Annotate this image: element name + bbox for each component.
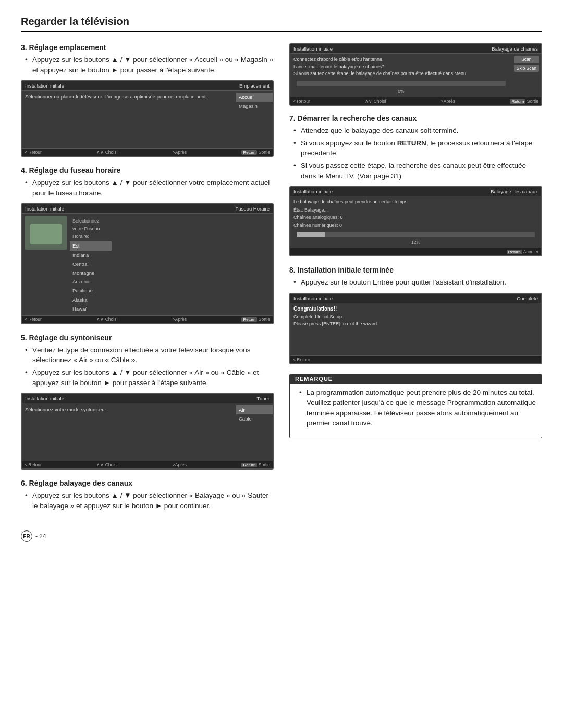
tv-s5-footer-choisi: ∧∨ Choisi [96,462,117,467]
tv-screen-s3: Installation initiale Emplacement Sélect… [21,80,274,157]
section-5: 5. Réglage du syntoniseur Vérifiez le ty… [21,334,274,470]
tv-s4-header-right: Fuseau Horaire [236,206,270,212]
section-8-bullet-1: Appuyez sur le bouton Entrée pour quitte… [293,277,542,288]
section-7-heading: 7. Démarrer la recherche des canaux [289,114,542,122]
tv-s5-body-text: Sélectionnez votre mode syntoniseur: [25,406,233,413]
tv-s4-footer-apres: >Après [173,317,187,322]
tv-s6-header-left: Installation initiale [293,46,333,52]
tv-s7-header-right: Balayage des canaux [491,189,538,194]
tv-s3-option-magasin: Magasin [236,102,273,110]
tv-screen-s4: Installation initiale Fuseau Horaire Sél… [21,203,274,324]
tv-s6-btn-scan: Scan [514,56,539,63]
tv-s6-footer-apres: >Après [441,98,455,104]
tv-s4-option-montagne: Montagne [70,268,112,277]
tv-screen-s5: Installation initiale Tuner Sélectionnez… [21,393,274,470]
tv-s3-header-left: Installation initiale [25,83,64,89]
tv-s4-option-est: Est [70,241,112,250]
tv-s3-footer-choisi: ∧∨ Choisi [96,150,117,155]
tv-s4-option-central: Central [70,260,112,268]
tv-s4-option-hawai: Hawaï [70,304,112,313]
tv-s6-footer-return: Return Sortie [510,98,538,104]
tv-s5-option-cable: Câble [236,414,273,423]
tv-s4-map [25,216,67,250]
section-8-heading: 8. Installation initiale terminée [289,266,542,274]
section-5-heading: 5. Réglage du syntoniseur [21,334,274,342]
section-8-bullets: Appuyez sur le bouton Entrée pour quitte… [289,277,542,288]
tv-s5-footer-return: Return Sortie [241,462,270,467]
tv-s6-btn-skipscan: Skip Scan [514,65,539,72]
section-4-bullet-1: Appuyez sur les boutons ▲ / ▼ pour sélec… [25,178,274,198]
tv-s8-congratulations: Congratulations!! [293,306,538,312]
tv-s6-footer-retour: < Retour [293,98,310,104]
section-7: 7. Démarrer la recherche des canaux Atte… [289,114,542,256]
section-6-bullets: Appuyez sur les boutons ▲ / ▼ pour sélec… [21,490,274,511]
section-3-bullets: Appuyez sur les boutons ▲ / ▼ pour sélec… [21,55,274,75]
tv-s7-progress-fill [297,232,325,237]
section-6: 6. Réglage balayage des canaux Appuyez s… [21,479,274,511]
tv-s3-footer-apres: >Après [173,150,187,155]
tv-s3-footer-retour: < Retour [25,150,42,155]
tv-s5-footer-apres: >Après [173,462,187,467]
section-3-bullet-1: Appuyez sur les boutons ▲ / ▼ pour sélec… [25,55,274,75]
tv-s7-header-left: Installation initiale [293,189,333,194]
tv-s8-body-text: Completed Initial Setup.Please press [EN… [293,314,538,328]
section-7-bullet-2: Si vous appuyez sur le bouton RETURN, le… [293,138,542,158]
remarque-text: La programmation automatique peut prendr… [299,388,536,428]
section-6-bullet-1: Appuyez sur les boutons ▲ / ▼ pour sélec… [25,490,274,511]
tv-s5-header-left: Installation initiale [25,396,64,401]
tv-s7-status-lines: État: Balayage... Chaînes analogiques: 0… [293,206,538,229]
tv-s4-option-pacifique: Pacifique [70,286,112,295]
tv-s3-header-right: Emplacement [239,83,270,89]
page-title: Regarder la télévision [21,16,542,32]
section-3: 3. Réglage emplacement Appuyez sur les b… [21,43,274,157]
tv-s4-header-left: Installation initiale [25,206,64,212]
tv-s5-footer-retour: < Retour [25,462,42,467]
tv-s8-footer-retour: < Retour [293,357,310,362]
tv-s7-status-2: Chaînes analogiques: 0 [293,214,538,221]
section-7-bullet-3: Si vous passez cette étape, la recherche… [293,161,542,181]
section-5-bullets: Vérifiez le type de connexion effectuée … [21,345,274,388]
tv-s7-status-3: Chaînes numériques: 0 [293,221,538,229]
tv-s7-progress-label: 12% [293,240,538,245]
section-7-bullets: Attendez que le balayage des canaux soit… [289,126,542,181]
tv-s8-header-right: Complete [517,295,538,301]
tv-screen-s8: Installation initiale Complete Congratul… [289,293,542,364]
tv-s4-footer-choisi: ∧∨ Choisi [96,317,117,322]
tv-s3-footer-return: Return Sortie [241,150,270,155]
tv-s5-header-right: Tuner [257,396,270,401]
section-4-heading: 4. Réglage du fuseau horaire [21,166,274,175]
tv-s6-progress-label: 0% [293,88,509,95]
tv-s6-header-right: Balayage de chaînes [492,46,538,52]
section-4-bullets: Appuyez sur les boutons ▲ / ▼ pour sélec… [21,178,274,198]
tv-s6-scan-buttons: Scan Skip Scan [512,54,541,97]
tv-s4-option-arizona: Arizona [70,277,112,286]
section-7-bullet-1: Attendez que le balayage des canaux soit… [293,126,542,136]
section-6-heading: 6. Réglage balayage des canaux [21,479,274,487]
tv-s4-body-text: Sélectionnez votre Fuseau Horaire: [70,216,112,241]
section-5-bullet-1: Vérifiez le type de connexion effectuée … [25,345,274,365]
page-lang-indicator: FR [21,530,32,542]
tv-s4-option-alaska: Alaska [70,295,112,304]
tv-s4-footer-return: Return Sortie [241,317,270,322]
section-4: 4. Réglage du fuseau horaire Appuyez sur… [21,166,274,324]
remarque-body: La programmation automatique peut prendr… [290,384,542,438]
tv-s8-header-left: Installation initiale [293,295,333,301]
section-8: 8. Installation initiale terminée Appuye… [289,266,542,364]
tv-s4-option-indiana: Indiana [70,251,112,260]
tv-s5-option-air: Air [236,405,273,414]
page-number-label: - 24 [35,533,46,540]
tv-s7-status-1: État: Balayage... [293,206,538,214]
tv-screen-s6: Installation initiale Balayage de chaîne… [289,43,542,106]
remarque-box: REMARQUE La programmation automatique pe… [289,374,542,438]
tv-s6-body-text: Connectez d'abord le câble et/ou l'anten… [293,56,509,78]
section-5-bullet-2: Appuyez sur les boutons ▲ / ▼ pour sélec… [25,367,274,388]
tv-s4-footer-retour: < Retour [25,317,42,322]
tv-s7-body-text: Le balayage de chaînes peut prendre un c… [293,199,538,204]
tv-s6-footer-choisi: ∧∨ Choisi [365,98,386,104]
tv-screen-s7: Installation initiale Balayage des canau… [289,186,542,256]
section-3-heading: 3. Réglage emplacement [21,43,274,52]
remarque-header: REMARQUE [290,374,542,384]
tv-s3-option-accueil: Accueil [236,93,273,102]
tv-s7-footer-return: Return Annuler [507,249,538,254]
tv-s3-body-text: Sélectionner où placer le téléviseur. L'… [25,93,233,101]
